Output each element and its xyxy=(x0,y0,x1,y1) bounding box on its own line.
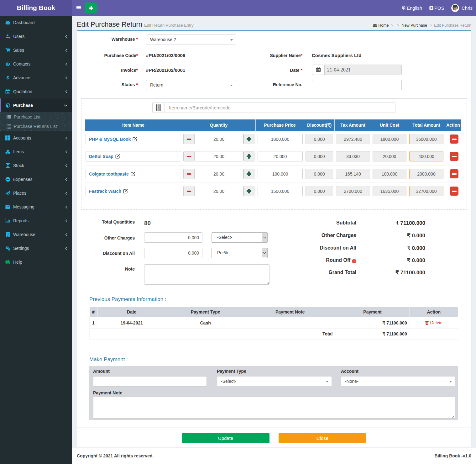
svg-text:A: A xyxy=(404,8,405,10)
svg-text:$: $ xyxy=(6,75,9,80)
